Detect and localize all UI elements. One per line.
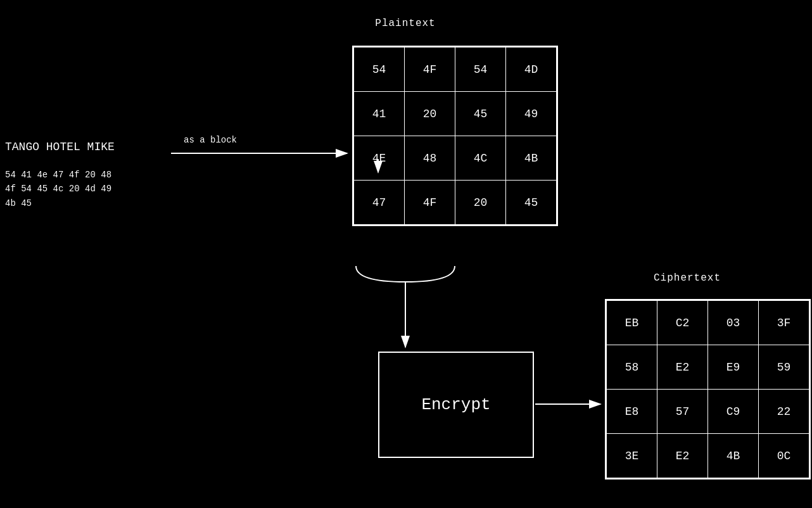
arrow-label: as a block — [184, 135, 237, 145]
ct-cell-2-1: 57 — [657, 390, 708, 434]
ct-cell-1-1: E2 — [657, 345, 708, 390]
pt-cell-1-1: 20 — [405, 92, 455, 136]
hex-values: 54 41 4e 47 4f 20 48 4f 54 45 4c 20 4d 4… — [5, 168, 111, 210]
hex-line-3: 4b 45 — [5, 196, 111, 210]
pt-cell-3-3: 45 — [506, 181, 557, 225]
ct-cell-1-3: 59 — [759, 345, 809, 390]
ct-cell-0-1: C2 — [657, 301, 708, 345]
hex-line-1: 54 41 4e 47 4f 20 48 — [5, 168, 111, 182]
ct-cell-2-3: 22 — [759, 390, 809, 434]
scene: Plaintext TANGO HOTEL MIKE 54 41 4e 47 4… — [0, 0, 812, 508]
ct-cell-1-2: E9 — [708, 345, 759, 390]
pt-cell-3-2: 20 — [455, 181, 506, 225]
pt-cell-0-2: 54 — [455, 48, 506, 92]
ct-cell-0-2: 03 — [708, 301, 759, 345]
plaintext-table: 544F544D412045494E484C4B474F2045 — [353, 47, 557, 225]
ct-cell-3-3: 0C — [759, 434, 809, 478]
pt-cell-2-0: 4E — [354, 136, 405, 181]
pt-cell-3-1: 4F — [405, 181, 455, 225]
ciphertext-label: Ciphertext — [654, 272, 721, 284]
encrypt-box: Encrypt — [378, 352, 534, 458]
hex-line-2: 4f 54 45 4c 20 4d 49 — [5, 182, 111, 196]
ct-cell-2-0: E8 — [607, 390, 657, 434]
pt-cell-1-2: 45 — [455, 92, 506, 136]
pt-cell-2-3: 4B — [506, 136, 557, 181]
ct-cell-3-2: 4B — [708, 434, 759, 478]
plaintext-word: TANGO HOTEL MIKE — [5, 138, 115, 156]
ct-cell-3-0: 3E — [607, 434, 657, 478]
plaintext-label: Plaintext — [375, 18, 435, 29]
pt-cell-0-0: 54 — [354, 48, 405, 92]
pt-cell-3-0: 47 — [354, 181, 405, 225]
pt-cell-1-0: 41 — [354, 92, 405, 136]
ct-cell-1-0: 58 — [607, 345, 657, 390]
pt-cell-2-2: 4C — [455, 136, 506, 181]
ciphertext-table: EBC2033F58E2E959E857C9223EE24B0C — [606, 300, 809, 478]
pt-cell-0-3: 4D — [506, 48, 557, 92]
encrypt-label: Encrypt — [421, 395, 490, 414]
pt-cell-1-3: 49 — [506, 92, 557, 136]
ct-cell-2-2: C9 — [708, 390, 759, 434]
ct-cell-0-0: EB — [607, 301, 657, 345]
pt-cell-2-1: 48 — [405, 136, 455, 181]
ct-cell-0-3: 3F — [759, 301, 809, 345]
ciphertext-grid: EBC2033F58E2E959E857C9223EE24B0C — [605, 299, 811, 479]
ct-cell-3-1: E2 — [657, 434, 708, 478]
plaintext-grid: 544F544D412045494E484C4B474F2045 — [352, 46, 558, 226]
pt-cell-0-1: 4F — [405, 48, 455, 92]
